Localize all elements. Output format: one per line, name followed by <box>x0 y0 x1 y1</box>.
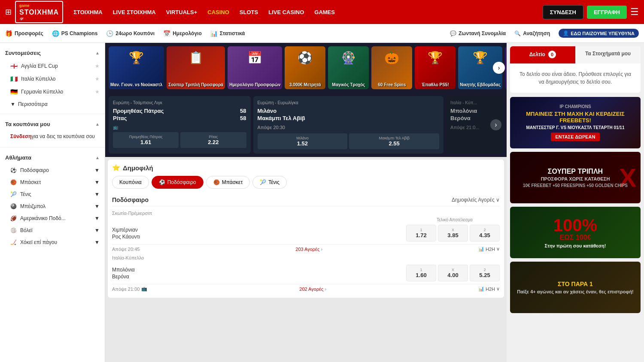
sidebar-item-basketball[interactable]: 🏀 Μπάσκετ ▼ <box>0 176 105 188</box>
sports-header[interactable]: Αθλήματα ▲ <box>0 151 105 164</box>
odd-val-1-0: 1.52 <box>297 140 308 147</box>
amfoot-label: Αμερικάνικο Ποδό... <box>20 215 66 221</box>
chat-label: Ζωντανή Συνομιλία <box>459 30 506 36</box>
match-2-markets-link[interactable]: 202 Αγορές <box>299 287 323 292</box>
coupons-arrow: ▲ <box>95 122 100 127</box>
nav-24-coupon[interactable]: 🕒 24ωρο Κουπόνι <box>106 30 155 37</box>
banner-100-text: 100% ΕΩΣ 100€ Στην πρώτη σου κατάθεση! <box>541 213 610 252</box>
nav-statistics[interactable]: 📊 Στατιστικά <box>210 30 245 37</box>
betslip-tab-2-label: Τα Στοιχήματά μου <box>585 51 631 57</box>
shortcuts-header[interactable]: Συντομεύσεις ▲ <box>0 46 105 60</box>
banner-ps-headline: ΜΠΑΙΝΕΙΣ ΣΤΗ ΜΑΧΗ ΚΑΙ ΚΕΡΔΙΖΕΙΣ FREEBETS… <box>513 111 637 124</box>
promo-card-4[interactable]: 🎡 Μαγικός Τροχός <box>328 46 369 89</box>
football-icon: ⚽ <box>10 167 17 173</box>
grid-icon[interactable]: ⊞ <box>5 7 12 17</box>
sidebar-item-germany[interactable]: 🇩🇪 Γερμανία Κύπελλο ★ <box>0 85 105 98</box>
my-coupons-header[interactable]: Τα κουπόνια μου ▲ <box>0 118 105 131</box>
germany-label: Γερμανία Κύπελλο <box>21 89 63 95</box>
nav-live-stoixima[interactable]: LIVE ΣΤΟΙΧΗΜΑ <box>113 9 156 15</box>
match-1-odd-x[interactable]: X 3.85 <box>438 225 468 241</box>
search-icon: 🔍 <box>514 30 521 36</box>
sidebar-item-tennis[interactable]: 🎾 Τένις ▼ <box>0 188 105 200</box>
match-2-odd-1[interactable]: 1 1.60 <box>406 265 436 281</box>
sidebar-item-volleyball[interactable]: 🏐 Βόλεϊ ▼ <box>0 224 105 236</box>
promo-card-bg-5: 🎃 60 Free Spins <box>371 46 412 89</box>
match-1-odd-2[interactable]: 2 4.35 <box>470 225 500 241</box>
nav-live-casino[interactable]: LIVE CASINO <box>268 9 304 15</box>
promo-card-bg-6: 🏆 Έπαθλο PS5! <box>415 46 456 89</box>
nav-search[interactable]: 🔍 Αναζήτηση <box>514 30 550 36</box>
betslip-tab-deltio[interactable]: Δελτίο 0 <box>510 46 575 63</box>
nav-stoixima[interactable]: ΣΤΟΙΧΗΜΑ <box>73 9 103 15</box>
nav-slots[interactable]: SLOTS <box>240 9 258 15</box>
promo-label-2: Ημερολόγιο Προσφορών <box>229 82 280 87</box>
football-arrow: ▼ <box>94 167 100 173</box>
baseball-icon: 🎱 <box>10 203 17 209</box>
match-1-odd-1[interactable]: 1 1.72 <box>406 225 436 241</box>
nav-casino[interactable]: CASINO <box>207 9 229 15</box>
register-button[interactable]: ΕΓΓΡΑΦΗ <box>587 6 627 19</box>
tab-couponions[interactable]: Κουπόνια <box>112 176 149 189</box>
match-1-h2h[interactable]: 📊 H2H ∨ <box>478 246 500 252</box>
odd-btn-1-1[interactable]: Μακάμπι Τελ Αβίβ 2.55 <box>349 133 439 149</box>
promo-card-0[interactable]: 🏆 Μαν. Γιουν. vs Νιούκαστλ <box>109 46 164 89</box>
match-2-odd-x[interactable]: X 4.00 <box>438 265 468 281</box>
promo-card-8[interactable]: 🎰 Pragmatic Buy Bonus <box>505 46 507 89</box>
tennis-label: Τένις <box>20 191 31 197</box>
promo-icon-1: 📋 <box>188 51 204 65</box>
carousel-next-button[interactable]: › <box>493 62 505 74</box>
login-button[interactable]: ΣΥΝΔΕΣΗ <box>543 5 583 19</box>
promo-card-6[interactable]: 🏆 Έπαθλο PS5! <box>415 46 456 89</box>
sidebar-item-amfoot[interactable]: 🏈 Αμερικάνικο Ποδό... ▼ <box>0 212 105 224</box>
promo-icon-2: 📅 <box>247 51 262 65</box>
nav-prosfores[interactable]: 🎁 Προσφορές <box>5 30 43 37</box>
tab-football[interactable]: ⚽ Ποδόσφαιρο <box>152 176 204 189</box>
match-league-1: Ευρώπη - Ευρωλίγκα <box>258 100 440 105</box>
banner-ps-sub: ΜΑΝΤΣΕΣΤΕΡ Γ. VS ΝΙΟΥΚΑΣΤΛ ΤΕΤΑΡΤΗ 01/11 <box>513 125 637 130</box>
popular-markets-dropdown[interactable]: Δημοφιλείς Αγορές ∨ <box>452 197 500 203</box>
match-odds-1: Μιλάνο 1.52 Μακάμπι Τελ Αβίβ 2.55 <box>258 133 440 149</box>
promo-card-bg-1: 📋 Σούπερ Τριπλή Προσφορά <box>167 46 225 89</box>
sidebar-item-baseball[interactable]: 🎱 Μπέιζμπολ ▼ <box>0 200 105 212</box>
nav-virtuals[interactable]: VIRTUALS+ <box>166 9 197 15</box>
nav-ps-champions[interactable]: 🌐 PS Champions <box>52 30 98 37</box>
tab-basketball[interactable]: 🏀 Μπάσκετ <box>206 176 250 189</box>
login-link[interactable]: Σύνδεση <box>10 133 31 139</box>
match-2-time: Απόψε 21:00 <box>112 287 140 292</box>
sidebar-item-italy[interactable]: 🇮🇹 Ιταλία Κύπελλο ★ <box>0 72 105 85</box>
promo-icon-3: ⚽ <box>298 51 313 65</box>
match-1-markets-link[interactable]: 203 Αγορές <box>295 247 319 252</box>
search-label: Αναζήτηση <box>523 30 550 36</box>
hamburger-button[interactable]: ☰ <box>630 6 639 18</box>
sidebar-more-shortcuts[interactable]: ▼ Περισσότερα <box>0 98 105 110</box>
stats-label: Στατιστικά <box>220 30 245 36</box>
promo-card-1[interactable]: 📋 Σούπερ Τριπλή Προσφορά <box>167 46 225 89</box>
nav-games[interactable]: GAMES <box>314 9 335 15</box>
coupon-icon: 🕒 <box>106 30 113 37</box>
football-tab-icon: ⚽ <box>159 179 165 185</box>
logo[interactable]: game STOIXHMA .gr <box>15 1 63 23</box>
odd-btn-1-0[interactable]: Μιλάνο 1.52 <box>258 133 348 149</box>
volleyball-icon: 🏐 <box>10 227 17 233</box>
betslip-tab-my-bets[interactable]: Τα Στοιχήματά μου <box>575 46 641 63</box>
sidebar-item-football[interactable]: ⚽ Ποδόσφαιρο ▼ <box>0 164 105 176</box>
banner-ps-btn[interactable]: ΕΝΤΑΣΕ ΔΩΡΕΑΝ <box>551 133 599 141</box>
odd-btn-0-1[interactable]: Ρίτας 2.22 <box>180 132 246 148</box>
odd-btn-0-0[interactable]: Προμηθέας Πάτρας 1.61 <box>113 132 179 148</box>
banner-para1[interactable]: ΣΤΟ ΠΑΡΑ 1 Παίξε 4+ αγώνες και αν χάσεις… <box>510 262 641 313</box>
sidebar-item-efl[interactable]: 🏴󠁧󠁢󠁥󠁮󠁧󠁿 Αγγλία EFL Cup ★ <box>0 60 105 72</box>
promo-card-bg-2: 📅 Ημερολόγιο Προσφορών <box>228 46 282 89</box>
promo-card-5[interactable]: 🎃 60 Free Spins <box>371 46 412 89</box>
tab-tennis[interactable]: 🎾 Τένις <box>252 176 287 189</box>
banner-100[interactable]: 100% ΕΩΣ 100€ Στην πρώτη σου κατάθεση! <box>510 207 641 258</box>
match-2-odd-2[interactable]: 2 5.25 <box>470 265 500 281</box>
promo-card-3[interactable]: ⚽ 3.000€ Μετρητά <box>285 46 325 89</box>
nav-live-chat[interactable]: 💬 Ζωντανή Συνομιλία <box>450 30 506 36</box>
sidebar-item-hockey[interactable]: 🏒 Χόκεϊ επί πάγου ▼ <box>0 236 105 248</box>
match-cards-next-button[interactable]: › <box>490 119 501 130</box>
match-2-h2h[interactable]: 📊 H2H ∨ <box>478 286 500 292</box>
banner-ps-champions[interactable]: IP CHAMPIONS ΜΠΑΙΝΕΙΣ ΣΤΗ ΜΑΧΗ ΚΑΙ ΚΕΡΔΙ… <box>510 97 641 148</box>
banner-triple[interactable]: ΣΟΥΠΕΡ ΤΡΙΠΛΗ ΠΡΟΣΦΟΡΑ ΧΩΡΙΣ ΚΑΤΑΘΕΣΗ 10… <box>510 152 641 203</box>
nav-calendar[interactable]: 📅 Ημερολόγιο <box>163 30 202 37</box>
promo-card-2[interactable]: 📅 Ημερολόγιο Προσφορών <box>228 46 282 89</box>
